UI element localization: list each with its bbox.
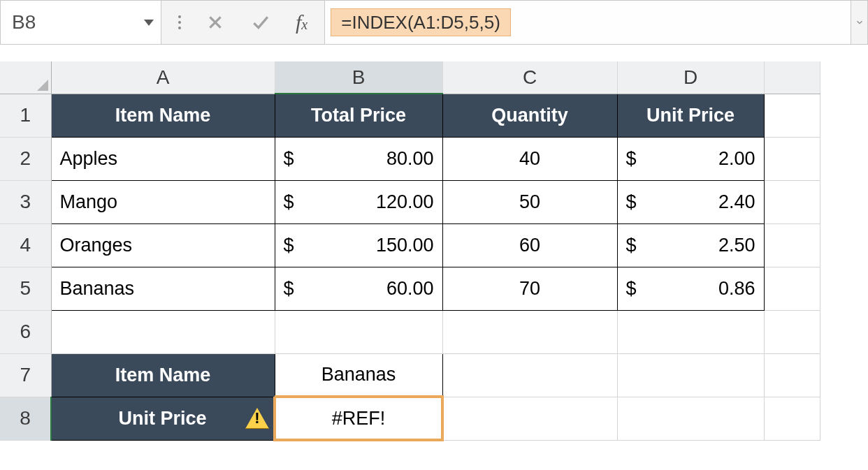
name-box[interactable]: B8 (1, 1, 161, 44)
cell-d5[interactable]: $0.86 (617, 267, 764, 310)
cell-d4[interactable]: $2.50 (617, 223, 764, 267)
name-box-dropdown-icon[interactable] (144, 20, 154, 26)
header-quantity[interactable]: Quantity (442, 94, 617, 137)
column-header-empty[interactable] (764, 61, 820, 94)
cell-e5[interactable] (764, 267, 820, 310)
cell-d2[interactable]: $2.00 (617, 137, 764, 180)
cell-d3[interactable]: $2.40 (617, 180, 764, 223)
cell-c8[interactable] (442, 397, 617, 440)
row-header-5[interactable]: 5 (0, 267, 51, 310)
cell-b2[interactable]: $80.00 (275, 137, 442, 180)
formula-text[interactable]: =INDEX(A1:D5,5,5) (331, 8, 511, 36)
cell-c6[interactable] (442, 310, 617, 353)
row-header-1[interactable]: 1 (0, 94, 51, 137)
cell-c3[interactable]: 50 (442, 180, 617, 223)
cell-b3[interactable]: $120.00 (275, 180, 442, 223)
dots-icon[interactable] (178, 21, 181, 24)
cell-a3[interactable]: Mango (51, 180, 275, 223)
cell-b5[interactable]: $60.00 (275, 267, 442, 310)
column-header-d[interactable]: D (617, 61, 764, 94)
fx-icon[interactable]: fx (296, 10, 308, 34)
select-all-corner[interactable] (0, 61, 51, 94)
error-warning-icon[interactable]: ! (245, 408, 269, 429)
row-header-6[interactable]: 6 (0, 310, 51, 353)
cancel-formula-button[interactable] (206, 13, 224, 31)
cell-a8[interactable]: Unit Price ! (51, 397, 275, 440)
cell-b8-active[interactable]: #REF! (275, 397, 442, 440)
cell-e8[interactable] (764, 397, 820, 440)
column-header-c[interactable]: C (442, 61, 617, 94)
cell-a6[interactable] (51, 310, 275, 353)
header-item-name[interactable]: Item Name (51, 94, 275, 137)
cell-e7[interactable] (764, 353, 820, 397)
cell-e2[interactable] (764, 137, 820, 180)
row-header-8[interactable]: 8 (0, 397, 51, 440)
cell-b6[interactable] (275, 310, 442, 353)
cell-a2[interactable]: Apples (51, 137, 275, 180)
header-unit-price[interactable]: Unit Price (617, 94, 764, 137)
header-total-price[interactable]: Total Price (275, 94, 442, 137)
column-header-a[interactable]: A (51, 61, 275, 94)
cell-c5[interactable]: 70 (442, 267, 617, 310)
confirm-formula-button[interactable] (249, 13, 270, 31)
cell-d6[interactable] (617, 310, 764, 353)
cell-e3[interactable] (764, 180, 820, 223)
formula-bar-buttons: fx (161, 1, 325, 44)
spreadsheet-grid: A B C D 1 Item Name Total Price Quantity… (0, 61, 868, 441)
cell-d8[interactable] (617, 397, 764, 440)
cell-e4[interactable] (764, 223, 820, 267)
cell-a5[interactable]: Bananas (51, 267, 275, 310)
cell-e1[interactable] (764, 94, 820, 137)
cell-c2[interactable]: 40 (442, 137, 617, 180)
formula-bar: B8 fx =INDEX(A1:D5,5,5) (0, 0, 868, 45)
row-header-7[interactable]: 7 (0, 353, 51, 397)
cell-b4[interactable]: $150.00 (275, 223, 442, 267)
name-box-value: B8 (12, 11, 36, 34)
expand-formula-bar-button[interactable] (851, 1, 867, 44)
cell-c4[interactable]: 60 (442, 223, 617, 267)
row-header-3[interactable]: 3 (0, 180, 51, 223)
cell-a8-label: Unit Price (118, 408, 206, 429)
cell-e6[interactable] (764, 310, 820, 353)
cell-c7[interactable] (442, 353, 617, 397)
formula-input[interactable]: =INDEX(A1:D5,5,5) (325, 1, 851, 44)
cell-a7[interactable]: Item Name (51, 353, 275, 397)
column-header-b[interactable]: B (275, 61, 442, 94)
row-header-2[interactable]: 2 (0, 137, 51, 180)
cell-b7[interactable]: Bananas (275, 353, 442, 397)
cell-d7[interactable] (617, 353, 764, 397)
cell-a4[interactable]: Oranges (51, 223, 275, 267)
row-header-4[interactable]: 4 (0, 223, 51, 267)
